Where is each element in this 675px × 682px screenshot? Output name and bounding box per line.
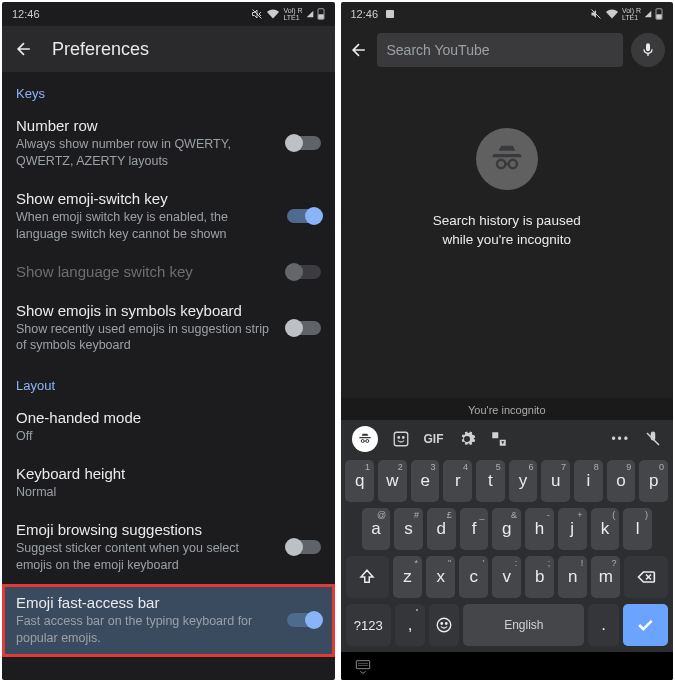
more-button[interactable]: ••• — [611, 432, 630, 446]
svg-rect-6 — [657, 15, 662, 19]
key-b[interactable]: b; — [525, 556, 554, 598]
toggle-emoji-symbols[interactable] — [287, 321, 321, 335]
gif-button[interactable]: GIF — [424, 432, 444, 446]
svg-point-25 — [358, 665, 359, 666]
key-g[interactable]: g& — [492, 508, 521, 550]
settings-list[interactable]: Keys Number row Always show number row i… — [2, 72, 335, 680]
key-o[interactable]: o9 — [607, 460, 636, 502]
key-z[interactable]: z* — [393, 556, 422, 598]
status-bar: 12:46 Vol) RLTE1 — [341, 2, 674, 26]
row-sub: Suggest sticker content when you select … — [16, 540, 277, 574]
row-sub: Show recently used emojis in suggestion … — [16, 321, 277, 355]
gear-small-icon — [413, 606, 421, 614]
space-key[interactable]: English — [463, 604, 584, 646]
mic-off-button[interactable] — [644, 430, 662, 448]
row-number-row[interactable]: Number row Always show number row in QWE… — [2, 107, 335, 180]
shift-key[interactable] — [346, 556, 390, 598]
key-n[interactable]: n! — [558, 556, 587, 598]
keyboard-rows: q1w2e3r4t5y6u7i8o9p0 a@s#d£f_g&h-j+k(l) … — [344, 456, 671, 652]
key-f[interactable]: f_ — [460, 508, 489, 550]
backspace-key[interactable] — [624, 556, 668, 598]
row-label: Show language switch key — [16, 263, 277, 280]
incognito-footer: You're incognito — [341, 398, 674, 420]
toggle-browse[interactable] — [287, 540, 321, 554]
row-sub: Off — [16, 428, 321, 445]
key-p[interactable]: p0 — [639, 460, 668, 502]
mic-button[interactable] — [631, 33, 665, 67]
key-e[interactable]: e3 — [411, 460, 440, 502]
check-icon — [635, 615, 655, 635]
toggle-emoji-switch[interactable] — [287, 209, 321, 223]
key-y[interactable]: y6 — [509, 460, 538, 502]
back-icon[interactable] — [349, 40, 369, 60]
status-time: 12:46 — [12, 8, 40, 20]
svg-point-29 — [366, 665, 367, 666]
row-label: Show emojis in symbols keyboard — [16, 302, 277, 319]
key-m[interactable]: m? — [591, 556, 620, 598]
svg-point-24 — [366, 663, 367, 664]
emoji-icon — [435, 616, 453, 634]
svg-point-23 — [364, 663, 365, 664]
key-v[interactable]: v: — [492, 556, 521, 598]
row-emoji-switch[interactable]: Show emoji-switch key When emoji switch … — [2, 180, 335, 253]
keyboard-toolbar: GIF ••• — [344, 422, 671, 456]
row-emoji-symbols[interactable]: Show emojis in symbols keyboard Show rec… — [2, 292, 335, 365]
svg-rect-2 — [318, 15, 323, 19]
comma-key[interactable]: , — [395, 604, 425, 646]
row-height[interactable]: Keyboard height Normal — [2, 455, 335, 511]
key-c[interactable]: c' — [459, 556, 488, 598]
backspace-icon — [636, 567, 656, 587]
emoji-key[interactable] — [429, 604, 459, 646]
row-sub: Always show number row in QWERTY, QWERTZ… — [16, 136, 277, 170]
nav-bar — [341, 652, 674, 680]
section-layout: Layout — [2, 364, 335, 399]
key-k[interactable]: k( — [591, 508, 620, 550]
key-w[interactable]: w2 — [378, 460, 407, 502]
toggle-number-row[interactable] — [287, 136, 321, 150]
row-label: Emoji fast-access bar — [16, 594, 277, 611]
key-h[interactable]: h- — [525, 508, 554, 550]
search-input[interactable]: Search YouTube — [377, 33, 624, 67]
mic-off-icon — [644, 430, 662, 448]
key-row-4: ?123 , English . — [346, 604, 669, 646]
row-browse[interactable]: Emoji browsing suggestions Suggest stick… — [2, 511, 335, 584]
back-icon[interactable] — [14, 39, 34, 59]
section-keys: Keys — [2, 72, 335, 107]
period-key[interactable]: . — [588, 604, 618, 646]
toggle-fast-access[interactable] — [287, 613, 321, 627]
key-a[interactable]: a@ — [362, 508, 391, 550]
settings-button[interactable] — [458, 430, 476, 448]
translate-button[interactable] — [490, 430, 508, 448]
key-r[interactable]: r4 — [443, 460, 472, 502]
key-i[interactable]: i8 — [574, 460, 603, 502]
key-d[interactable]: d£ — [427, 508, 456, 550]
row-label: Keyboard height — [16, 465, 321, 482]
paused-message: Search history is paused while you're in… — [433, 212, 581, 250]
keyboard-hide-icon[interactable] — [355, 658, 371, 674]
mic-icon — [640, 42, 656, 58]
key-x[interactable]: x" — [426, 556, 455, 598]
row-label: One-handed mode — [16, 409, 321, 426]
key-s[interactable]: s# — [394, 508, 423, 550]
svg-point-21 — [360, 663, 361, 664]
key-row-1: q1w2e3r4t5y6u7i8o9p0 — [346, 460, 669, 502]
status-icons: Vol) RLTE1 — [590, 7, 663, 21]
enter-key[interactable] — [623, 604, 668, 646]
sticker-button[interactable] — [392, 430, 410, 448]
incognito-chip[interactable] — [352, 426, 378, 452]
screenshot-icon — [384, 8, 396, 20]
svg-point-8 — [508, 160, 516, 168]
key-q[interactable]: q1 — [345, 460, 374, 502]
row-label: Emoji browsing suggestions — [16, 521, 277, 538]
key-l[interactable]: l) — [623, 508, 652, 550]
key-t[interactable]: t5 — [476, 460, 505, 502]
sticker-icon — [392, 430, 410, 448]
svg-rect-11 — [394, 432, 408, 446]
translate-icon — [490, 430, 508, 448]
key-u[interactable]: u7 — [541, 460, 570, 502]
svg-point-22 — [362, 663, 363, 664]
row-fast-access[interactable]: Emoji fast-access bar Fast access bar on… — [2, 584, 335, 657]
symbols-key[interactable]: ?123 — [346, 604, 391, 646]
row-one-hand[interactable]: One-handed mode Off — [2, 399, 335, 455]
key-j[interactable]: j+ — [558, 508, 587, 550]
